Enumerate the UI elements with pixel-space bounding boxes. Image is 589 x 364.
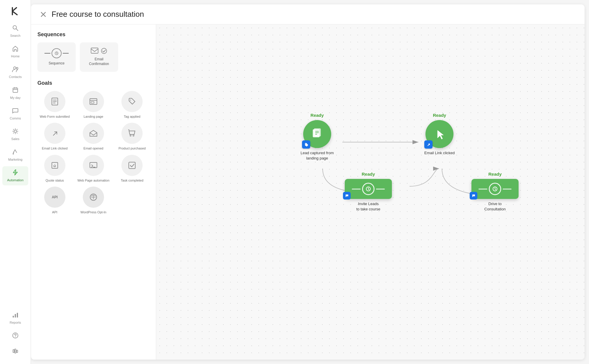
sidebar-item-automation[interactable]: Automation (2, 166, 28, 185)
task-completed-label: Task completed (121, 178, 143, 182)
sidebar-item-search[interactable]: Search (2, 22, 28, 41)
goal-wordpress[interactable]: WordPress Opt-In (76, 187, 110, 214)
marketing-icon (12, 149, 19, 157)
goal-quote-status[interactable]: Quote status (37, 155, 72, 182)
app-logo (9, 5, 21, 17)
sequence-card[interactable]: Sequence (37, 42, 76, 72)
email-link-icon (44, 123, 65, 144)
email-confirmation-icon (91, 48, 107, 54)
svg-rect-15 (13, 350, 14, 353)
node-lead-capture-label: Lead captured fromlanding page (301, 150, 334, 161)
svg-rect-11 (15, 314, 16, 318)
sidebar-item-marketing[interactable]: Marketing (2, 146, 28, 164)
node-lead-capture-badge (302, 140, 310, 149)
goals-title: Goals (37, 80, 149, 86)
node-email-link[interactable]: Ready Email Link clicked (424, 113, 455, 156)
svg-rect-16 (15, 349, 16, 353)
node-email-link-ready: Ready (433, 113, 446, 118)
node-invite-leads-rect (345, 179, 392, 199)
close-button[interactable] (39, 10, 47, 19)
quote-status-label: Quote status (45, 178, 64, 182)
email-confirmation-label: Email Confirmation (86, 57, 112, 66)
svg-point-3 (16, 67, 18, 69)
web-form-icon (44, 91, 65, 112)
goal-tag-applied[interactable]: Tag applied (115, 91, 149, 119)
goal-web-form[interactable]: Web Form submitted (37, 91, 72, 119)
node-email-link-label: Email Link clicked (424, 150, 455, 156)
sidebar-item-sales[interactable]: Sales (2, 125, 28, 144)
node-drive-consultation-label: Drive toConsultation (484, 201, 506, 212)
wordpress-label: WordPress Opt-In (80, 210, 106, 214)
svg-point-31 (130, 135, 131, 136)
sequences-title: Sequences (37, 31, 149, 38)
sequence-card-label: Sequence (49, 61, 65, 66)
sidebar-item-help[interactable] (2, 329, 28, 343)
svg-rect-17 (17, 350, 18, 353)
svg-point-14 (15, 337, 16, 338)
web-form-label: Web Form submitted (40, 114, 70, 119)
sidebar-sales-label: Sales (11, 137, 19, 141)
automation-icon (12, 169, 19, 177)
myday-icon (12, 87, 19, 95)
canvas-area[interactable]: Ready Lead captured fromlandin (156, 24, 585, 360)
task-completed-icon (121, 155, 143, 176)
goal-product-purchased[interactable]: Product purchased (115, 123, 149, 150)
svg-rect-12 (17, 313, 18, 318)
svg-point-32 (133, 135, 134, 136)
sidebar-contacts-label: Contacts (9, 75, 22, 79)
sidebar-item-comms[interactable]: Comms (2, 104, 28, 123)
home-icon (12, 45, 19, 53)
sidebar-bottom: Reports (2, 309, 28, 359)
email-confirmation-card[interactable]: Email Confirmation (80, 42, 118, 72)
node-lead-capture-ready: Ready (311, 113, 324, 118)
svg-rect-29 (91, 102, 94, 103)
goal-task-completed[interactable]: Task completed (115, 155, 149, 182)
node-drive-consultation-ready: Ready (488, 172, 501, 177)
landing-page-label: Landing page (84, 114, 103, 119)
svg-rect-10 (13, 316, 14, 318)
goal-email-link[interactable]: Email Link clicked (37, 123, 72, 150)
goal-web-page-auto[interactable]: Web Page automation (76, 155, 110, 182)
sidebar-myday-label: My day (10, 96, 20, 100)
comms-icon (12, 107, 19, 115)
node-lead-capture[interactable]: Ready Lead captured fromlandin (301, 113, 334, 161)
svg-point-2 (14, 67, 16, 69)
sidebar-item-audio[interactable] (2, 345, 28, 359)
email-link-label: Email Link clicked (42, 146, 67, 150)
svg-rect-4 (13, 88, 18, 92)
node-lead-capture-circle (303, 120, 331, 148)
svg-point-30 (130, 100, 131, 101)
goal-api[interactable]: API API (37, 187, 72, 214)
goal-email-opened[interactable]: Email opened (76, 123, 110, 150)
node-drive-consultation[interactable]: Ready Drive toConsultation (471, 172, 519, 212)
sidebar-item-reports[interactable]: Reports (2, 309, 28, 328)
email-opened-icon (83, 123, 104, 144)
help-icon (12, 332, 19, 340)
node-invite-leads[interactable]: Ready Invite Leadsto take course (345, 172, 392, 212)
email-opened-label: Email opened (83, 146, 103, 150)
sidebar-item-contacts[interactable]: Contacts (2, 63, 28, 82)
goal-landing-page[interactable]: Landing page (76, 91, 110, 119)
svg-point-8 (14, 130, 17, 132)
api-label: API (52, 210, 57, 214)
tag-applied-label: Tag applied (124, 114, 140, 119)
wordpress-icon (83, 187, 104, 208)
quote-status-icon (44, 155, 65, 176)
landing-page-icon (83, 91, 104, 112)
node-drive-consultation-rect (471, 179, 519, 199)
sidebar-automation-label: Automation (7, 178, 24, 182)
sidebar-search-label: Search (10, 34, 21, 38)
node-email-link-badge (424, 140, 433, 149)
sidebar-item-myday[interactable]: My day (2, 84, 28, 103)
search-icon (12, 25, 19, 33)
svg-point-9 (13, 153, 14, 154)
left-panel: Sequences Sequence (31, 24, 156, 360)
svg-line-1 (16, 29, 18, 31)
node-invite-badge (343, 192, 351, 200)
sequences-row: Sequence Email Confirmation (37, 42, 149, 72)
sidebar-reports-label: Reports (10, 321, 21, 325)
sidebar-item-home[interactable]: Home (2, 42, 28, 61)
sidebar: Search Home Contacts My day Comms Sales (0, 0, 31, 364)
product-purchased-icon (121, 123, 143, 144)
svg-point-22 (101, 48, 107, 54)
